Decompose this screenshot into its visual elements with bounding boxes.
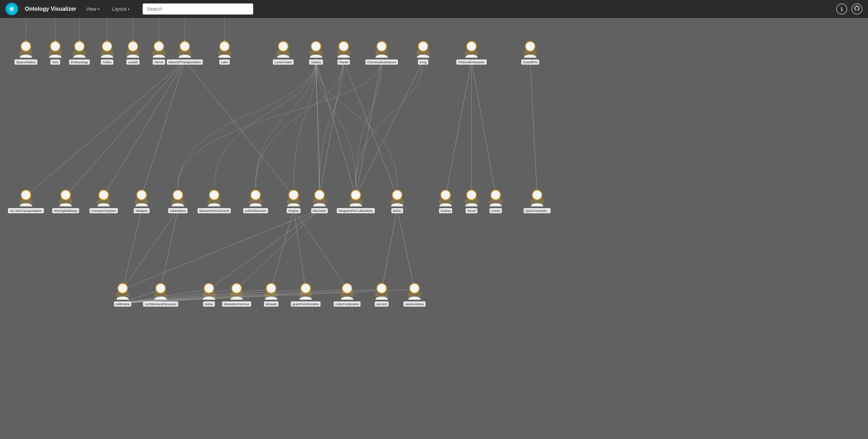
node-MeanOfTransportation[interactable]: MeanOfTransportation (169, 39, 200, 65)
node-GrandPrix[interactable]: GrandPrix (515, 39, 546, 65)
node-icon-Lymph (124, 39, 142, 59)
node-label-Lymph: Lymph (126, 59, 140, 65)
node-kilometrePerSecond[interactable]: kilometrePerSecond (199, 187, 230, 213)
svg-line-9 (142, 61, 185, 196)
node-label-kelvin: kelvin (391, 208, 403, 213)
node-icon-Vein (46, 39, 64, 59)
svg-line-7 (66, 61, 185, 196)
layout-menu-button[interactable]: Layout ▾ (109, 5, 132, 13)
node-icon-Artery (98, 39, 116, 59)
node-Lake[interactable]: Lake (209, 39, 240, 65)
node-icon-metre (200, 281, 218, 301)
node-gramPerKilometre[interactable]: gramPerKilometre (290, 281, 321, 307)
node-kilometrePerHour[interactable]: kilometrePerHour (221, 281, 252, 307)
node-icon-SpaceStation (17, 39, 35, 59)
svg-point-5 (11, 8, 13, 10)
node-cubicKilometre[interactable]: cubicKilometre (240, 187, 271, 213)
node-Planet[interactable]: Planet (328, 39, 359, 65)
svg-line-31 (123, 209, 178, 289)
node-icon-Lake (216, 39, 233, 59)
node-label-ConveyorSystem: ConveyorSystem (89, 208, 118, 213)
info-button[interactable]: ℹ (836, 3, 847, 15)
info-icon: ℹ (841, 6, 843, 12)
node-icon-Drug (414, 39, 432, 59)
node-icon-kilometre (311, 187, 328, 207)
node-millimetre[interactable]: millimetre (107, 281, 138, 307)
node-label-MovingWalkway: MovingWalkway (52, 208, 79, 213)
node-icon-Drama (437, 187, 455, 207)
node-label-SportCompetit: SportCompetit... (524, 208, 551, 213)
node-Comic[interactable]: Comic (480, 187, 511, 213)
search-input[interactable] (143, 3, 253, 15)
node-cubicMetre[interactable]: cubicMetre (162, 187, 193, 213)
svg-line-15 (356, 61, 382, 196)
node-ChemicalSubstance[interactable]: ChemicalSubstance (366, 39, 397, 65)
node-second[interactable]: second (366, 281, 397, 307)
svg-line-29 (397, 209, 414, 289)
node-metre[interactable]: metre (193, 281, 225, 307)
svg-line-22 (271, 209, 294, 289)
svg-line-30 (161, 209, 178, 289)
graph-canvas[interactable]: SpaceStation Vein (0, 18, 868, 439)
node-label-Vein: Vein (50, 59, 60, 65)
node-label-kilometre: kilometre (311, 208, 328, 213)
svg-line-14 (344, 61, 397, 196)
node-label-FictionalCharacter: FictionalCharacter (456, 59, 486, 65)
node-SpaceStation[interactable]: SpaceStation (10, 39, 41, 65)
node-newtonMetre[interactable]: newtonMetre (399, 281, 430, 307)
node-SportCompetit[interactable]: SportCompetit... (522, 187, 553, 213)
node-ArchitecturalStructure[interactable]: ArchitecturalStructure (145, 281, 176, 307)
node-Weapon[interactable]: Weapon (126, 187, 157, 213)
svg-line-23 (294, 209, 306, 289)
node-MovingWalkway[interactable]: MovingWalkway (50, 187, 81, 213)
node-label-Drama: Drama (439, 208, 452, 213)
node-label-LunarCrater: LunarCrater (273, 59, 294, 65)
node-kelvin[interactable]: kelvin (382, 187, 413, 213)
view-menu-button[interactable]: View ▾ (83, 5, 102, 13)
node-LunarCrater[interactable]: LunarCrater (268, 39, 299, 65)
node-icon-Galaxy (307, 39, 325, 59)
node-label-Drug: Drug (418, 59, 429, 65)
node-FictionalCharacter[interactable]: FictionalCharacter (456, 39, 487, 65)
node-label-Weapon: Weapon (134, 208, 149, 213)
node-icon-Engine (285, 187, 303, 207)
node-Drug[interactable]: Drug (408, 39, 439, 65)
node-label-Lake: Lake (219, 59, 230, 65)
node-kilowatt[interactable]: kilowatt (256, 281, 287, 307)
node-icon-second (373, 281, 391, 301)
node-label-Galaxy: Galaxy (309, 59, 323, 65)
node-cubicCentimetre[interactable]: cubicCentimetre (332, 281, 363, 307)
node-icon-Novel (462, 187, 480, 207)
node-label-GrandPrix: GrandPrix (521, 59, 540, 65)
node-label-SpaceStation: SpaceStation (15, 59, 38, 65)
github-icon (854, 5, 860, 13)
node-label-second: second (375, 301, 389, 307)
node-kilogramPerCubicMetre[interactable]: kilogramPerCubicMetre (340, 187, 371, 213)
node-icon-newtonMetre (406, 281, 423, 301)
node-On-SiteTransportation[interactable]: On-SiteTransportation (10, 187, 41, 213)
svg-line-16 (356, 61, 423, 196)
node-label-kilometrePerSecond: kilometrePerSecond (198, 208, 231, 213)
node-icon-kilowatt (262, 281, 280, 301)
node-label-Novel: Novel (466, 208, 477, 213)
node-label-Artery: Artery (101, 59, 113, 65)
node-label-cubicCentimetre: cubicCentimetre (334, 301, 361, 307)
svg-line-28 (382, 209, 397, 289)
svg-line-26 (209, 209, 319, 289)
node-ConveyorSystem[interactable]: ConveyorSystem (88, 187, 119, 213)
node-label-Embryology: Embryology (69, 59, 90, 65)
node-icon-gramPerKilometre (297, 281, 315, 301)
node-label-newtonMetre: newtonMetre (403, 301, 426, 307)
node-Galaxy[interactable]: Galaxy (301, 39, 332, 65)
node-icon-Comic (487, 187, 505, 207)
node-icon-On-SiteTransportation (17, 187, 35, 207)
node-icon-cubicMetre (169, 187, 187, 207)
node-kilometre[interactable]: kilometre (304, 187, 335, 213)
svg-line-11 (316, 61, 319, 196)
node-label-ChemicalSubstance: ChemicalSubstance (365, 59, 398, 65)
node-icon-MovingWalkway (57, 187, 75, 207)
app-logo (6, 3, 18, 15)
node-Embryology[interactable]: Embryology (64, 39, 95, 65)
node-icon-Embryology (70, 39, 88, 59)
github-button[interactable] (851, 3, 862, 15)
